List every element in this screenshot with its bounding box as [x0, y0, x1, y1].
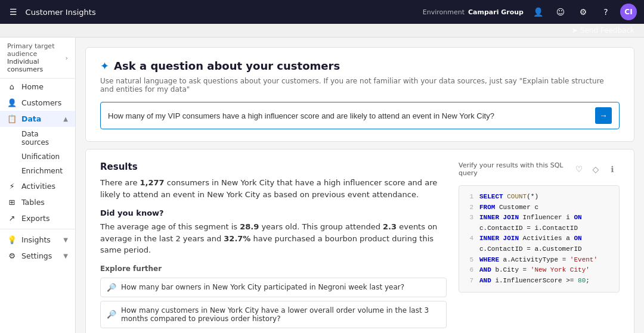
dyk-events: 2.3: [383, 222, 397, 231]
ask-card-title-text: Ask a question about your customers: [114, 60, 340, 72]
ask-card-title: ✦ Ask a question about your customers: [100, 60, 620, 72]
customers-icon: 👤: [7, 98, 17, 107]
sidebar-item-settings[interactable]: ⚙ Settings ▼: [0, 248, 75, 264]
env-label: Environment: [423, 8, 465, 16]
dyk-pct: 32.7%: [224, 234, 250, 243]
sidebar-item-home[interactable]: ⌂ Home: [0, 79, 75, 95]
hamburger-button[interactable]: ☰: [7, 5, 20, 19]
results-left-panel: Results There are 1,277 consumers in New…: [100, 161, 447, 333]
feedback-bar: ➤ Send Feedback: [0, 24, 644, 38]
explore-title: Explore further: [100, 264, 447, 273]
sidebar-item-insights-label: Insights: [21, 235, 51, 244]
sidebar-item-settings-label: Settings: [21, 251, 52, 260]
sidebar-sub-item-data-sources[interactable]: Data sources: [0, 127, 75, 150]
sql-panel: 1 SELECT COUNT(*) 2 FROM Customer c 3 IN…: [459, 185, 620, 292]
sql-line-6: 6 AND b.City = 'New York City': [466, 265, 612, 276]
did-you-know-text: The average age of this segment is 28.9 …: [100, 221, 447, 256]
sidebar-sub-item-unification[interactable]: Unification: [0, 150, 75, 164]
primary-target-value: Individual consumers: [7, 58, 66, 73]
results-main-text: There are 1,277 consumers in New York Ci…: [100, 177, 447, 200]
sidebar-sub-item-enrichment[interactable]: Enrichment: [0, 164, 75, 178]
explore-item-1[interactable]: 🔎 How many customers in New York City ha…: [100, 301, 447, 328]
sidebar-item-activities-label: Activities: [21, 182, 55, 191]
sql-line-5: 5 WHERE a.ActivityType = 'Event': [466, 255, 612, 266]
sidebar-divider: [0, 229, 75, 229]
sql-line-3: 3 INNER JOIN Influencer i ON c.ContactID…: [466, 213, 612, 234]
enrichment-label: Enrichment: [21, 167, 63, 175]
sidebar-item-data-label: Data: [21, 114, 41, 123]
sql-info-button[interactable]: ℹ: [605, 162, 620, 176]
unification-label: Unification: [21, 153, 60, 161]
environment-info: Environment Campari Group: [423, 8, 524, 16]
sidebar: Primary target audience Individual consu…: [0, 38, 76, 333]
dyk-text-1: The average age of this segment is: [100, 222, 240, 231]
primary-target-arrow-icon: ›: [66, 54, 68, 62]
sidebar-item-exports[interactable]: ↗ Exports: [0, 210, 75, 226]
sql-line-4: 4 INNER JOIN Activities a ON c.ContactID…: [466, 234, 612, 254]
results-text-before: There are: [100, 178, 140, 187]
home-icon: ⌂: [7, 82, 17, 91]
results-title: Results: [100, 161, 447, 172]
dyk-age: 28.9: [240, 222, 259, 231]
sql-actions: ♡ ◇ ℹ: [572, 162, 620, 176]
data-expand-icon: ▲: [63, 116, 68, 122]
explore-item-text-1: How many customers in New York City have…: [121, 306, 440, 323]
results-count: 1,277: [140, 178, 165, 187]
avatar[interactable]: CI: [620, 4, 637, 20]
dyk-text-2: years old. This group attended: [259, 222, 383, 231]
data-icon: 📋: [7, 114, 17, 123]
help-icon[interactable]: ?: [597, 4, 614, 20]
ask-card: ✦ Ask a question about your customers Us…: [85, 47, 634, 142]
main-layout: Primary target audience Individual consu…: [0, 38, 644, 333]
sidebar-item-exports-label: Exports: [21, 214, 49, 223]
sidebar-item-customers[interactable]: 👤 Customers: [0, 95, 75, 111]
primary-target-section[interactable]: Primary target audience Individual consu…: [0, 38, 75, 79]
insights-expand-icon: ▼: [63, 236, 68, 243]
sql-line-1: 1 SELECT COUNT(*): [466, 192, 612, 203]
ask-card-description: Use natural language to ask questions ab…: [100, 77, 620, 94]
send-feedback-button[interactable]: ➤ Send Feedback: [572, 26, 634, 35]
sidebar-item-customers-label: Customers: [21, 98, 61, 107]
sql-verify-label: Verify your results with this SQL query: [459, 161, 572, 177]
sql-like-button[interactable]: ♡: [572, 162, 586, 176]
submit-arrow-icon: →: [599, 111, 608, 120]
sidebar-item-activities[interactable]: ⚡ Activities: [0, 178, 75, 194]
sparkle-icon: ✦: [100, 60, 109, 72]
sidebar-item-tables-label: Tables: [21, 198, 45, 207]
settings-sidebar-icon: ⚙: [7, 251, 17, 260]
smiley-icon[interactable]: ☺: [552, 4, 569, 20]
ask-input[interactable]: [108, 111, 595, 120]
send-icon: ➤: [572, 26, 578, 35]
sidebar-item-insights[interactable]: 💡 Insights ▼: [0, 232, 75, 248]
sidebar-item-tables[interactable]: ⊞ Tables: [0, 194, 75, 210]
results-right-panel: Verify your results with this SQL query …: [459, 161, 620, 333]
person-icon[interactable]: 👤: [530, 4, 546, 20]
explore-item-icon-1: 🔎: [107, 310, 116, 319]
send-feedback-label: Send Feedback: [580, 26, 634, 35]
insights-icon: 💡: [7, 235, 17, 244]
top-nav: ☰ Customer Insights Environment Campari …: [0, 0, 644, 24]
results-card: Results There are 1,277 consumers in New…: [85, 149, 634, 333]
data-sources-label: Data sources: [21, 130, 49, 147]
activities-icon: ⚡: [7, 182, 17, 191]
tables-icon: ⊞: [7, 198, 17, 207]
explore-item-0[interactable]: 🔎 How many bar owners in New York City p…: [100, 278, 447, 297]
explore-item-icon-0: 🔎: [107, 283, 116, 292]
main-content: ✦ Ask a question about your customers Us…: [76, 38, 644, 333]
sql-line-2: 2 FROM Customer c: [466, 203, 612, 213]
sql-bookmark-button[interactable]: ◇: [589, 162, 603, 176]
ask-input-wrapper: →: [100, 102, 620, 129]
did-you-know-title: Did you know?: [100, 208, 447, 217]
settings-expand-icon: ▼: [63, 253, 68, 259]
app-title: Customer Insights: [26, 8, 417, 17]
sql-line-7: 7 AND i.InfluencerScore >= 80;: [466, 276, 612, 287]
env-name: Campari Group: [468, 8, 524, 16]
explore-item-text-0: How many bar owners in New York City par…: [121, 283, 404, 291]
settings-icon[interactable]: ⚙: [575, 4, 592, 20]
primary-target-label: Primary target audience: [7, 42, 66, 58]
sidebar-item-home-label: Home: [21, 82, 44, 91]
sidebar-item-data[interactable]: 📋 Data ▲: [0, 111, 75, 127]
exports-icon: ↗: [7, 214, 17, 223]
ask-submit-button[interactable]: →: [595, 107, 612, 124]
top-nav-icons: Environment Campari Group 👤 ☺ ⚙ ? CI: [423, 4, 637, 20]
